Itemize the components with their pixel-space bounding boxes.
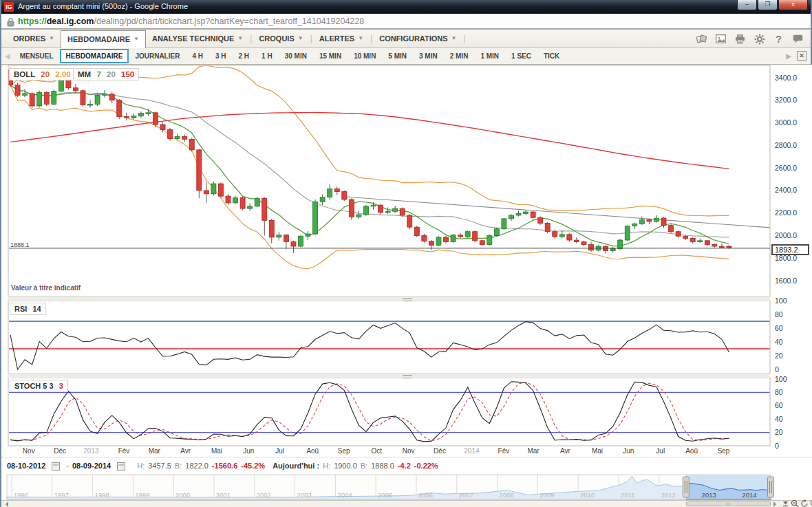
restore-button[interactable]: ❐: [758, 0, 778, 10]
timeframe-tab-mensuel[interactable]: MENSUEL: [14, 49, 60, 63]
svg-text:2013: 2013: [83, 447, 99, 455]
svg-text:2012: 2012: [661, 491, 676, 499]
svg-text:2014: 2014: [464, 447, 480, 455]
svg-text:1999: 1999: [135, 491, 149, 499]
svg-text:Mai: Mai: [211, 447, 222, 455]
svg-text:Mar: Mar: [527, 447, 539, 455]
print-icon[interactable]: [734, 33, 746, 45]
timeframe-tab-5min[interactable]: 5 MIN: [382, 49, 413, 63]
svg-text:Avr: Avr: [560, 447, 570, 455]
timeframe-tab-4h[interactable]: 4 H: [186, 49, 209, 63]
timeframe-tab-1sec[interactable]: 1 SEC: [505, 49, 537, 63]
svg-text:20: 20: [775, 428, 783, 436]
svg-text:Oct: Oct: [371, 447, 382, 455]
svg-text:40: 40: [775, 415, 783, 423]
calendar-icon[interactable]: [117, 462, 125, 471]
today-high-label: H:: [323, 462, 330, 470]
zoom-out-icon[interactable]: [791, 499, 799, 507]
ig-favicon: IG: [4, 2, 14, 12]
feedback-icon[interactable]: [792, 33, 804, 45]
save-image-icon[interactable]: [715, 33, 727, 45]
timeframe-tab-tick[interactable]: TICK: [537, 49, 566, 63]
timeframe-tab-15min[interactable]: 15 MIN: [313, 49, 348, 63]
range-status-bar: 08-10-2012 - 08-09-2014 H: 3457.5 B: 182…: [1, 457, 812, 473]
chevron-down-icon: ▼: [298, 35, 303, 41]
svg-text:Jun: Jun: [623, 447, 634, 455]
timeframe-tab-30min[interactable]: 30 MIN: [279, 49, 313, 63]
settings-gear-icon[interactable]: [754, 33, 765, 45]
chevron-down-icon: ▼: [49, 35, 54, 41]
reset-zoom-icon[interactable]: [800, 499, 809, 507]
svg-text:1600.0: 1600.0: [775, 277, 797, 285]
current-price-box: 1893.2: [771, 244, 809, 255]
scroll-right-icon[interactable]: [773, 501, 779, 507]
navigator-handle[interactable]: [683, 477, 689, 497]
menu-item-ordres[interactable]: ORDRES▼: [7, 30, 61, 47]
svg-text:Déc: Déc: [54, 447, 66, 455]
timeframe-tab-1min[interactable]: 1 MIN: [474, 49, 505, 63]
horizontal-scrollbar[interactable]: [1, 500, 812, 507]
legend-bollinger[interactable]: BOLL 20 2.00: [9, 68, 76, 80]
range-change-pct: -45.2%: [241, 462, 265, 470]
pane-splitter-handle[interactable]: [403, 298, 412, 301]
svg-text:2003: 2003: [297, 491, 312, 499]
timeframe-tab-2min[interactable]: 2 MIN: [444, 49, 475, 63]
chart-area[interactable]: 3400.03200.03000.02800.02600.02400.02200…: [1, 65, 812, 507]
svg-text:3200.0: 3200.0: [775, 96, 797, 104]
snap-to-latest-icon[interactable]: [782, 500, 789, 507]
svg-text:Sep: Sep: [718, 447, 730, 455]
tabs-scroll-right-icon[interactable]: ▶: [786, 52, 791, 60]
timeframe-tab-3h[interactable]: 3 H: [209, 49, 233, 63]
legend-moving-averages[interactable]: MM 7 20 150: [73, 68, 139, 80]
svg-text:2400.0: 2400.0: [775, 186, 797, 194]
url-text[interactable]: https://deal.ig.com/dealing/pd/chart/tic…: [18, 17, 364, 26]
svg-text:Nov: Nov: [403, 447, 415, 455]
boll-deviation: 2.00: [55, 70, 70, 78]
tabs-scroll-left-icon[interactable]: ◀: [1, 52, 14, 60]
svg-text:Mar: Mar: [149, 447, 161, 455]
scroll-left-icon[interactable]: [3, 501, 8, 507]
today-label: Aujourd'hui :: [273, 462, 319, 470]
address-bar[interactable]: https://deal.ig.com/dealing/pd/chart/tic…: [1, 14, 811, 30]
mm-period-20: 20: [107, 70, 116, 78]
svg-text:Jul: Jul: [656, 447, 665, 455]
svg-text:Mai: Mai: [592, 447, 603, 455]
timeframe-tab-10min[interactable]: 10 MIN: [348, 49, 382, 63]
svg-text:Jul: Jul: [275, 447, 284, 455]
stoch-label-box[interactable]: STOCH 5 3 3: [10, 380, 68, 392]
menu-item-hebdomadaire[interactable]: HEBDOMADAIRE▼: [61, 30, 146, 49]
svg-text:2010: 2010: [580, 491, 595, 499]
timeframe-tab-3min[interactable]: 3 MIN: [413, 49, 444, 63]
menu-item-configurations[interactable]: CONFIGURATIONS▼: [373, 30, 462, 47]
range-start-date: 08-10-2012: [7, 462, 45, 470]
svg-text:0: 0: [775, 442, 779, 450]
timeframe-tab-journalier[interactable]: JOURNALIER: [129, 49, 186, 63]
scrollbar-thumb[interactable]: [686, 501, 771, 506]
chart-close-icon[interactable]: ✕: [797, 51, 806, 61]
chart-canvas[interactable]: 3400.03200.03000.02800.02600.02400.02200…: [1, 65, 812, 507]
rsi-label-box[interactable]: RSI 14: [10, 303, 46, 315]
window-titlebar[interactable]: IG Argent au comptant mini (500oz) - Goo…: [1, 0, 811, 14]
price-pane-layers: [10, 65, 770, 269]
timeframe-tab-2h[interactable]: 2 H: [233, 49, 256, 63]
menu-item-alertes[interactable]: ALERTES▼: [313, 30, 370, 47]
svg-text:1996: 1996: [14, 491, 28, 499]
svg-text:3400.0: 3400.0: [775, 74, 797, 82]
duplicate-chart-icon[interactable]: [696, 33, 707, 45]
timeframe-tab-1h[interactable]: 1 H: [255, 49, 279, 63]
close-button[interactable]: x: [778, 0, 808, 10]
svg-text:60: 60: [775, 401, 783, 409]
calendar-icon[interactable]: [52, 462, 60, 471]
navigator-handle[interactable]: [768, 477, 774, 497]
timeframe-tab-hebdomadaire[interactable]: HEBDOMADAIRE: [60, 49, 129, 63]
pane-borders: [8, 65, 770, 446]
menu-item-analyse-technique[interactable]: ANALYSE TECHNIQUE▼: [146, 30, 249, 47]
menu-item-croquis[interactable]: CROQUIS▼: [253, 30, 309, 47]
minimize-button[interactable]: –: [737, 0, 757, 10]
svg-text:0: 0: [775, 365, 779, 374]
help-icon[interactable]: ?: [773, 33, 784, 45]
today-low-label: B:: [361, 462, 367, 470]
pane-splitter-handle[interactable]: [403, 375, 412, 378]
svg-text:3000.0: 3000.0: [775, 118, 797, 127]
range-change: -1560.6: [212, 462, 237, 470]
